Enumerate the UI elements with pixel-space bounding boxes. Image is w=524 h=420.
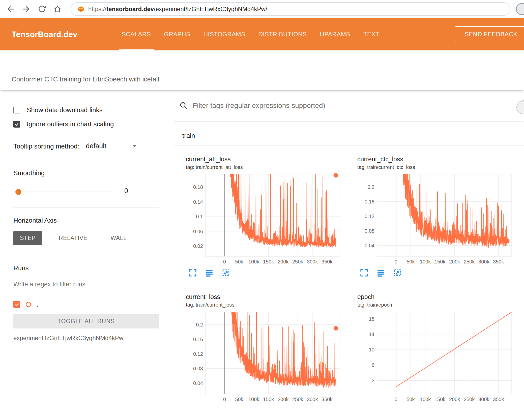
svg-text:2: 2 [372, 378, 374, 383]
tooltip-sorting-label: Tooltip sorting method: [13, 142, 79, 152]
fit-domain-icon[interactable] [222, 268, 230, 277]
train-card: train current_att_loss tag: train/curren… [174, 122, 524, 420]
svg-text:0: 0 [223, 397, 226, 402]
svg-text:0.14: 0.14 [193, 199, 203, 205]
run-checkbox[interactable] [13, 301, 20, 308]
svg-text:0.2: 0.2 [367, 184, 374, 190]
tab-scalars[interactable]: SCALARS [115, 18, 158, 50]
scalar-chart[interactable]: 0.020.060.10.140.18050k100k150k200k250k3… [186, 173, 342, 266]
axis-relative-button[interactable]: RELATIVE [52, 231, 94, 245]
axis-wall-button[interactable]: WALL [104, 231, 133, 245]
scalar-chart[interactable]: 0.040.080.120.160.2050k100k150k200k250k3… [357, 173, 514, 266]
tab-distributions[interactable]: DISTRIBUTIONS [252, 18, 313, 50]
svg-text:0.04: 0.04 [193, 380, 203, 386]
chart-tag: tag: train/epoch [357, 302, 521, 308]
fullscreen-icon[interactable] [360, 268, 368, 277]
svg-text:0.1: 0.1 [196, 214, 203, 219]
svg-text:0.12: 0.12 [365, 214, 374, 219]
svg-text:50k: 50k [406, 397, 415, 402]
svg-text:100k: 100k [420, 259, 431, 264]
svg-text:0.04: 0.04 [365, 243, 374, 248]
smoothing-value[interactable]: 0 [122, 187, 145, 197]
svg-text:0.06: 0.06 [193, 229, 203, 234]
svg-text:200k: 200k [449, 259, 460, 264]
chart-title: current_att_loss [186, 156, 350, 163]
main-panel: train current_att_loss tag: train/curren… [174, 90, 524, 420]
svg-text:350k: 350k [322, 259, 333, 264]
tab-graphs[interactable]: GRAPHS [157, 18, 197, 50]
send-feedback-button[interactable]: SEND FEEDBACK [455, 26, 524, 42]
svg-text:100k: 100k [248, 397, 259, 402]
tooltip-sorting-select[interactable]: default [85, 142, 138, 152]
svg-text:0: 0 [395, 259, 397, 264]
svg-text:0.2: 0.2 [196, 322, 203, 327]
app-header: TensorBoard.dev SCALARS GRAPHS HISTOGRAM… [0, 18, 524, 50]
svg-text:200k: 200k [278, 259, 289, 264]
toggle-y-axis-icon[interactable] [376, 268, 385, 277]
svg-text:0.16: 0.16 [193, 337, 203, 342]
runs-filter-input[interactable] [13, 279, 159, 291]
url-path: /experiment/lzGnETjwRxC3yghNMd4kPw/ [154, 6, 267, 12]
url-scheme: https:// [88, 6, 106, 12]
scalar-chart[interactable]: 0.040.080.120.160.2050k100k150k200k250k3… [186, 310, 342, 404]
home-icon[interactable] [50, 2, 65, 16]
tag-group-title[interactable]: train [174, 122, 524, 145]
tooltip-sorting-value: default [86, 142, 106, 150]
scalar-chart[interactable]: 26101418050k100k150k200k250k300k350k [357, 310, 514, 404]
forward-icon[interactable] [19, 2, 33, 16]
run-color-swatch[interactable] [26, 302, 31, 307]
experiment-title: Conformer CTC training for LibriSpeech w… [12, 75, 159, 83]
chart-toolbar [186, 268, 350, 277]
chart-title: current_ctc_loss [357, 156, 521, 163]
svg-text:0.12: 0.12 [193, 351, 203, 357]
chevron-down-icon [132, 145, 136, 147]
show-download-row: Show data download links [13, 105, 159, 115]
svg-text:300k: 300k [307, 397, 318, 402]
smoothing-slider[interactable] [16, 192, 113, 192]
charts-grid: current_att_loss tag: train/current_att_… [174, 145, 524, 414]
experiment-title-bar: Conformer CTC training for LibriSpeech w… [0, 50, 524, 90]
content: Show data download links Ignore outliers… [0, 90, 524, 420]
smoothing-slider-thumb[interactable] [15, 189, 21, 195]
toggle-y-axis-icon[interactable] [205, 268, 214, 277]
tab-histograms[interactable]: HISTOGRAMS [197, 18, 252, 50]
svg-text:50k: 50k [406, 259, 415, 264]
svg-text:250k: 250k [292, 259, 303, 264]
toggle-all-runs-button[interactable]: TOGGLE ALL RUNS [13, 314, 159, 328]
svg-text:14: 14 [369, 332, 374, 337]
svg-text:300k: 300k [478, 259, 489, 264]
smoothing-slider-row: 0 [13, 189, 159, 195]
show-download-label: Show data download links [27, 106, 103, 114]
svg-text:300k: 300k [307, 259, 318, 264]
svg-text:18: 18 [369, 316, 374, 322]
run-row: . [13, 299, 159, 309]
chart-current-loss: current_loss tag: train/current_loss 0.0… [186, 293, 350, 404]
svg-text:0.18: 0.18 [193, 184, 203, 190]
url-domain: tensorboard.dev [106, 6, 154, 12]
axis-step-button[interactable]: STEP [13, 231, 42, 245]
page: https://tensorboard.dev/experiment/lzGnE… [0, 0, 524, 420]
svg-text:100k: 100k [420, 397, 431, 402]
ignore-outliers-checkbox[interactable] [13, 121, 20, 128]
svg-text:350k: 350k [493, 259, 504, 264]
browser-toolbar: https://tensorboard.dev/experiment/lzGnE… [0, 0, 524, 18]
url-bar[interactable]: https://tensorboard.dev/experiment/lzGnE… [71, 2, 510, 16]
ignore-outliers-row: Ignore outliers in chart scaling [13, 119, 159, 129]
svg-text:250k: 250k [292, 397, 303, 402]
tab-text[interactable]: TEXT [357, 18, 386, 50]
svg-text:10: 10 [369, 347, 374, 352]
browser-avatar[interactable] [516, 3, 524, 15]
fullscreen-icon[interactable] [188, 268, 197, 277]
fit-domain-icon[interactable] [393, 268, 402, 277]
reload-icon[interactable] [35, 2, 49, 16]
back-icon[interactable] [4, 2, 18, 16]
filter-tags-input[interactable] [192, 101, 506, 110]
svg-text:0.02: 0.02 [193, 243, 203, 249]
svg-text:350k: 350k [322, 397, 333, 402]
tab-hparams[interactable]: HPARAMS [313, 18, 357, 50]
chart-current-ctc-loss: current_ctc_loss tag: train/current_ctc_… [357, 156, 521, 277]
show-download-checkbox[interactable] [13, 107, 20, 113]
brand-title: TensorBoard.dev [12, 30, 77, 39]
svg-text:250k: 250k [464, 259, 475, 264]
svg-text:0.16: 0.16 [365, 199, 374, 204]
